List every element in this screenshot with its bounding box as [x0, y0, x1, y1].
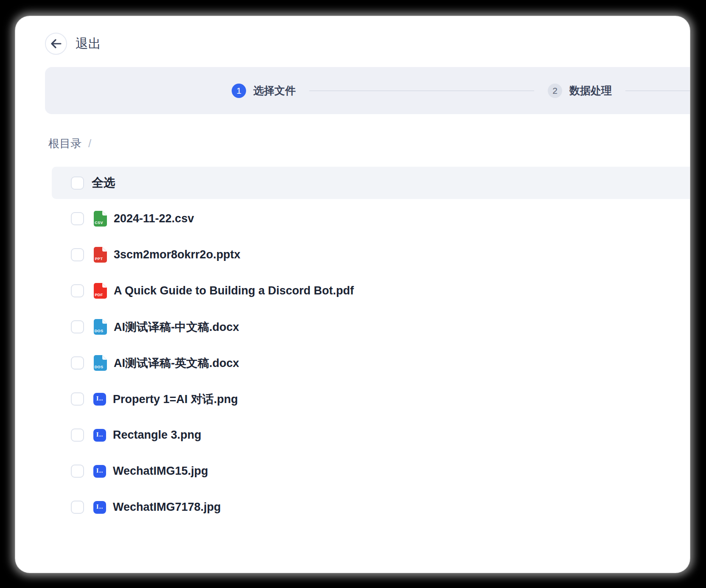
select-all-row[interactable]: 全选 [52, 167, 690, 199]
file-row[interactable]: I.. Rectangle 3.png [52, 417, 690, 453]
file-name: 2024-11-22.csv [114, 212, 194, 225]
file-checkbox[interactable] [71, 356, 84, 370]
file-checkbox[interactable] [71, 392, 84, 406]
image-icon: I.. [93, 465, 106, 478]
exit-label: 退出 [76, 35, 101, 53]
file-type-icon: DOS [93, 319, 107, 335]
step-connector-tail [625, 90, 690, 91]
file-row[interactable]: I.. WechatIMG7178.jpg [52, 489, 690, 525]
file-type-icon: I.. [93, 465, 106, 478]
file-row[interactable]: CSV 2024-11-22.csv [52, 201, 690, 237]
breadcrumb-root[interactable]: 根目录 [48, 136, 81, 151]
file-type-icon: DOS [93, 355, 107, 371]
image-icon: I.. [93, 393, 106, 406]
step-select-files: 1 选择文件 [232, 84, 296, 98]
file-row[interactable]: DOS AI测试译稿-中文稿.docx [52, 309, 690, 345]
file-type-icon: PPT [93, 247, 107, 263]
document-icon: PDF [93, 283, 107, 299]
file-checkbox[interactable] [71, 248, 84, 261]
file-checkbox[interactable] [71, 428, 84, 442]
file-picker-window: 退出 1 选择文件 2 数据处理 根目录 / 全选 [15, 16, 690, 573]
file-type-icon: I.. [93, 393, 106, 406]
breadcrumb-separator: / [88, 137, 91, 150]
file-list: CSV 2024-11-22.csv PPT 3scm2mor8okrr2o.p… [52, 201, 690, 525]
file-type-badge: CSV [93, 221, 104, 225]
file-type-badge: PPT [93, 257, 104, 261]
document-icon: PPT [93, 247, 107, 263]
document-icon: DOS [93, 319, 107, 335]
breadcrumb: 根目录 / [48, 136, 690, 151]
file-checkbox[interactable] [71, 320, 84, 333]
file-type-icon: I.. [93, 429, 106, 442]
document-icon: CSV [93, 211, 107, 227]
file-type-icon: PDF [93, 283, 107, 299]
step-connector [309, 90, 534, 91]
file-checkbox[interactable] [71, 212, 84, 225]
select-all-label: 全选 [92, 175, 115, 191]
file-name: Rectangle 3.png [113, 428, 202, 442]
step-1-number: 1 [232, 84, 246, 98]
file-checkbox[interactable] [71, 501, 84, 514]
file-row[interactable]: PPT 3scm2mor8okrr2o.pptx [52, 237, 690, 273]
document-icon: DOS [93, 355, 107, 371]
file-row[interactable]: I.. WechatIMG15.jpg [52, 453, 690, 489]
file-name: AI测试译稿-中文稿.docx [114, 319, 239, 335]
image-type-badge: I.. [96, 504, 103, 511]
file-checkbox[interactable] [71, 284, 84, 297]
image-type-badge: I.. [96, 431, 103, 439]
image-type-badge: I.. [96, 468, 103, 475]
file-name: WechatIMG7178.jpg [113, 501, 221, 514]
file-type-badge: DOS [93, 329, 104, 333]
step-1-label: 选择文件 [253, 84, 296, 98]
file-name: Property 1=AI 对话.png [113, 392, 238, 407]
file-row[interactable]: DOS AI测试译稿-英文稿.docx [52, 345, 690, 381]
file-type-icon: CSV [93, 211, 107, 227]
file-name: A Quick Guide to Building a Discord Bot.… [114, 284, 354, 297]
select-all-checkbox[interactable] [71, 176, 84, 190]
window-content: 退出 1 选择文件 2 数据处理 根目录 / 全选 [15, 16, 690, 525]
file-checkbox[interactable] [71, 465, 84, 478]
step-2-number: 2 [548, 84, 562, 98]
wizard-stepper: 1 选择文件 2 数据处理 [45, 67, 690, 114]
file-row[interactable]: PDF A Quick Guide to Building a Discord … [52, 273, 690, 309]
file-type-badge: PDF [93, 293, 104, 297]
file-row[interactable]: I.. Property 1=AI 对话.png [52, 381, 690, 417]
back-row: 退出 [45, 32, 690, 55]
back-arrow-icon [50, 39, 62, 48]
step-data-processing: 2 数据处理 [548, 84, 612, 98]
step-2-label: 数据处理 [569, 84, 612, 98]
file-type-icon: I.. [93, 501, 106, 514]
image-icon: I.. [93, 501, 106, 514]
back-button[interactable] [45, 33, 67, 55]
image-icon: I.. [93, 429, 106, 442]
file-name: 3scm2mor8okrr2o.pptx [114, 248, 241, 261]
image-type-badge: I.. [96, 395, 103, 403]
file-type-badge: DOS [93, 365, 104, 369]
file-name: WechatIMG15.jpg [113, 465, 208, 478]
file-name: AI测试译稿-英文稿.docx [114, 356, 239, 371]
